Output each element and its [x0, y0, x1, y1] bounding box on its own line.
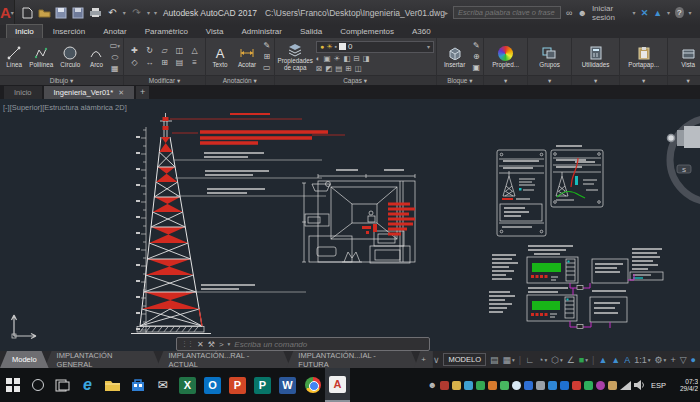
ribbon-tab-a360[interactable]: A360 — [404, 25, 439, 38]
ribbon-tab-anotar[interactable]: Anotar — [95, 25, 135, 38]
help-caret-icon[interactable]: ▾ — [689, 9, 692, 16]
ribbon-tab-insercion[interactable]: Inserción — [45, 25, 93, 38]
ribbon-tab-complementos[interactable]: Complementos — [332, 25, 402, 38]
modificar-tools[interactable]: ✚ ↻ ▱ ◫ △ ◇ ↔ ⊞ ▤ ≡ — [127, 45, 202, 69]
search-binoculars-icon[interactable]: ∞ — [566, 8, 572, 18]
ribbon-tab-vista[interactable]: Vista — [198, 25, 232, 38]
store-button[interactable] — [125, 368, 150, 402]
customize-plus-icon[interactable]: + — [670, 355, 675, 365]
ortho-icon[interactable]: ∟ — [525, 355, 534, 365]
panel-title-grupos[interactable]: ▾ — [528, 75, 571, 85]
tray-icon[interactable] — [536, 381, 545, 390]
panel-title-anotacion[interactable]: Anotación ▾ — [206, 75, 274, 85]
block-edit-icon[interactable]: ✎ — [473, 40, 481, 51]
excel-button[interactable]: X — [175, 368, 200, 402]
viewcube-south-label[interactable]: S — [682, 167, 686, 173]
panel-title-portapapeles[interactable]: ▾ — [620, 75, 667, 85]
array-icon[interactable]: ▤ — [172, 57, 187, 69]
plot-icon[interactable] — [89, 6, 102, 19]
tray-icon[interactable] — [572, 381, 581, 390]
status-expand-icon[interactable]: ∨ — [433, 355, 440, 365]
annotation-visibility-icon[interactable]: ▲ — [598, 355, 607, 365]
object-snap-icon[interactable]: ■▾ — [579, 355, 588, 365]
mirror-icon[interactable]: △ — [187, 45, 202, 57]
save-icon[interactable] — [55, 6, 68, 19]
start-button[interactable] — [0, 368, 25, 402]
command-recent-caret-icon[interactable]: ▾ — [228, 341, 231, 347]
layer-lock-tool-icon[interactable]: ◧ — [343, 54, 350, 63]
workspace-gear-icon[interactable]: ⚙▾ — [655, 355, 667, 365]
line-tool[interactable]: Línea — [3, 46, 25, 68]
osnap-tracking-icon[interactable]: ∠ — [567, 355, 575, 365]
command-close-icon[interactable]: ✕ — [197, 340, 204, 349]
panel-title-capas[interactable]: Capas ▾ — [275, 75, 436, 85]
layout-tab-modelo[interactable]: Modelo — [0, 351, 49, 368]
block-attrib-icon[interactable]: ▣ — [473, 62, 481, 73]
close-icon[interactable]: ✕ — [118, 89, 124, 97]
layer-current-icon[interactable]: ⊞ — [345, 64, 351, 73]
erase-icon[interactable]: ≡ — [187, 57, 202, 69]
layer-delete-icon[interactable]: ▤ — [335, 64, 342, 73]
infocenter-search-input[interactable] — [453, 6, 561, 19]
layer-off-icon[interactable]: ◐ — [316, 54, 321, 63]
tray-icon[interactable] — [500, 381, 509, 390]
model-paper-toggle[interactable]: MODELO — [443, 353, 486, 366]
layer-tools-row-1[interactable]: ◐▣☀◧⊟◨ — [316, 54, 434, 63]
undo-icon[interactable]: ↶ — [106, 6, 119, 19]
tray-icon[interactable] — [440, 381, 449, 390]
panel-title-bloque[interactable]: Bloque ▾ — [437, 75, 484, 85]
layer-isolate-icon[interactable]: ▣ — [323, 54, 330, 63]
grid-display-icon[interactable]: ▤ — [490, 355, 499, 365]
layer-lock-icon[interactable]: ▪ — [334, 43, 336, 50]
tray-icon[interactable] — [584, 381, 593, 390]
layer-combo[interactable]: ● ☀ ▪ 0 ▾ — [316, 41, 434, 53]
task-view-button[interactable] — [50, 368, 75, 402]
table-icon[interactable]: ⊞ — [263, 51, 271, 62]
tray-icon[interactable] — [548, 381, 557, 390]
new-file-icon[interactable] — [21, 6, 34, 19]
volume-icon[interactable] — [634, 380, 645, 390]
help-icon[interactable]: ? — [675, 7, 683, 18]
markup-icon[interactable]: ▭ — [263, 62, 271, 73]
layer-properties-button[interactable]: Propiedades de capa — [278, 42, 313, 71]
undo-caret-icon[interactable]: ▾ — [123, 9, 126, 16]
tray-icon[interactable] — [512, 381, 521, 390]
command-wrench-icon[interactable]: ⚒ — [208, 340, 215, 349]
view-button[interactable]: Vista — [671, 46, 700, 68]
mail-button[interactable]: ✉ — [150, 368, 175, 402]
ribbon-tab-administrar[interactable]: Administrar — [234, 25, 290, 38]
tray-icon[interactable] — [464, 381, 473, 390]
file-explorer-button[interactable] — [100, 368, 125, 402]
redo-caret-icon[interactable]: ▾ — [147, 9, 150, 16]
move-icon[interactable]: ✚ — [127, 45, 142, 57]
exchange-apps-icon[interactable]: ✕ — [641, 8, 649, 18]
layer-color-swatch[interactable] — [339, 43, 346, 50]
snap-mode-icon[interactable]: ▦▾ — [503, 355, 515, 365]
tray-icon[interactable] — [452, 381, 461, 390]
ellipse-icon[interactable]: ⬭ — [110, 52, 120, 63]
command-line[interactable]: ⋮⋮ ✕ ⚒ > ▾ — [176, 337, 430, 351]
tray-icon[interactable] — [488, 381, 497, 390]
signin-label[interactable]: Iniciar sesión — [592, 4, 628, 22]
ribbon-tab-inicio[interactable]: Inicio — [6, 24, 43, 38]
file-tab-inicio[interactable]: Inicio — [4, 86, 42, 99]
ribbon-tab-parametrico[interactable]: Paramétrico — [137, 25, 196, 38]
viewport-controls-label[interactable]: [-][Superior][Estructura alámbrica 2D] — [3, 103, 127, 112]
arc-tool[interactable]: Arco — [86, 46, 106, 68]
chrome-button[interactable] — [300, 368, 325, 402]
tray-icon[interactable] — [476, 381, 485, 390]
panel-title-vista[interactable]: ▾ — [668, 75, 700, 85]
fillet-icon[interactable]: ◇ — [127, 57, 142, 69]
drawing-canvas[interactable]: S — [0, 99, 700, 351]
tray-icon[interactable] — [608, 381, 617, 390]
rectangle-icon[interactable]: ▭▾ — [110, 40, 120, 52]
a360-caret-icon[interactable]: ▾ — [667, 9, 670, 16]
new-layout-button[interactable]: + — [414, 351, 433, 368]
polyline-tool[interactable]: Polilínea — [28, 46, 54, 68]
tray-icon[interactable] — [596, 381, 605, 390]
open-folder-icon[interactable] — [38, 6, 51, 19]
autoscale-icon[interactable]: ▲ — [611, 355, 620, 365]
people-icon[interactable]: ☻ — [428, 380, 437, 390]
network-icon[interactable] — [620, 381, 631, 390]
insert-block-button[interactable]: Insertar — [440, 46, 470, 68]
